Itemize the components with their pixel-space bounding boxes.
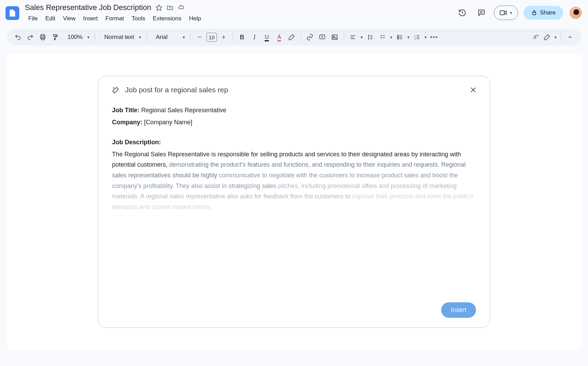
svg-marker-0 bbox=[156, 5, 162, 11]
chevron-down-icon[interactable]: ▼ bbox=[424, 35, 427, 39]
toolbar: 100% ▼ Normal text ▼ Arial ▼ B I U A ▼ bbox=[7, 29, 581, 45]
highlight-button[interactable] bbox=[286, 32, 297, 43]
close-button[interactable] bbox=[468, 84, 479, 95]
chevron-down-icon[interactable]: ▼ bbox=[554, 35, 557, 39]
chevron-down-icon[interactable]: ▼ bbox=[389, 35, 393, 39]
job-title-label: Job Title: bbox=[112, 107, 140, 114]
history-icon[interactable] bbox=[455, 6, 469, 20]
document-title[interactable]: Sales Representative Job Description bbox=[25, 3, 151, 12]
zoom-dropdown[interactable]: 100% ▼ bbox=[62, 34, 91, 41]
menu-view[interactable]: View bbox=[60, 14, 79, 23]
svg-text:3: 3 bbox=[414, 38, 415, 40]
text-color-button[interactable]: A bbox=[274, 32, 285, 43]
separator bbox=[344, 33, 344, 41]
move-folder-icon[interactable] bbox=[166, 4, 173, 11]
chevron-down-icon: ▼ bbox=[182, 35, 185, 39]
job-description-label: Job Description: bbox=[112, 137, 476, 148]
chevron-down-icon[interactable]: ▼ bbox=[360, 35, 363, 39]
separator bbox=[233, 33, 233, 41]
editing-mode-button[interactable] bbox=[541, 32, 552, 43]
star-icon[interactable] bbox=[155, 4, 162, 11]
redo-button[interactable] bbox=[25, 32, 36, 43]
chevron-down-icon: ▼ bbox=[138, 35, 142, 39]
meet-button[interactable]: ▼ bbox=[494, 6, 518, 20]
menu-bar: File Edit View Insert Format Tools Exten… bbox=[25, 14, 453, 23]
app-header: Sales Representative Job Description Fil… bbox=[0, 0, 588, 23]
svg-point-29 bbox=[397, 38, 398, 39]
svg-rect-3 bbox=[500, 11, 504, 15]
style-value: Normal text bbox=[102, 34, 136, 41]
comment-icon[interactable] bbox=[475, 6, 488, 20]
magic-wand-icon bbox=[112, 86, 120, 94]
company-value: [Company Name] bbox=[142, 119, 192, 126]
link-button[interactable] bbox=[304, 32, 315, 43]
ai-prompt-text: Job post for a regional sales rep bbox=[125, 86, 228, 94]
separator bbox=[146, 33, 147, 41]
share-button[interactable]: Share bbox=[524, 6, 563, 20]
menu-tools[interactable]: Tools bbox=[128, 14, 149, 23]
header-right: ▼ Share bbox=[455, 6, 582, 20]
svg-rect-5 bbox=[533, 12, 536, 15]
job-title-value: Regional Sales Representative bbox=[140, 107, 226, 114]
document-canvas[interactable]: Job post for a regional sales rep Job Ti… bbox=[7, 54, 581, 350]
chevron-down-icon[interactable]: ▼ bbox=[407, 35, 410, 39]
align-button[interactable] bbox=[347, 32, 358, 43]
separator bbox=[95, 33, 95, 41]
svg-marker-4 bbox=[504, 11, 506, 14]
font-size-input[interactable] bbox=[206, 33, 217, 42]
menu-format[interactable]: Format bbox=[102, 14, 128, 23]
more-button[interactable]: ••• bbox=[429, 32, 440, 43]
undo-button[interactable] bbox=[12, 32, 23, 43]
docs-logo-icon[interactable] bbox=[6, 6, 19, 20]
checklist-button[interactable] bbox=[377, 32, 388, 43]
add-comment-button[interactable] bbox=[317, 32, 328, 43]
ai-suggestion-card: Job post for a regional sales rep Job Ti… bbox=[98, 76, 490, 328]
clear-format-button[interactable]: A✕ bbox=[529, 32, 540, 43]
separator bbox=[561, 33, 561, 41]
title-area: Sales Representative Job Description Fil… bbox=[25, 3, 453, 23]
svg-point-27 bbox=[397, 35, 398, 36]
collapse-toolbar-button[interactable] bbox=[565, 32, 576, 43]
insert-button[interactable]: Insert bbox=[441, 302, 476, 318]
share-label: Share bbox=[540, 9, 556, 16]
line-spacing-button[interactable] bbox=[365, 32, 376, 43]
zoom-value: 100% bbox=[65, 34, 84, 41]
chevron-down-icon: ▼ bbox=[509, 11, 513, 15]
style-dropdown[interactable]: Normal text ▼ bbox=[99, 34, 143, 41]
underline-button[interactable]: U bbox=[261, 32, 272, 43]
separator bbox=[301, 33, 301, 41]
svg-point-28 bbox=[397, 37, 398, 38]
svg-rect-9 bbox=[53, 35, 56, 36]
paint-format-button[interactable] bbox=[50, 32, 61, 43]
ai-generated-content: Job Title: Regional Sales Representative… bbox=[112, 105, 476, 212]
bold-button[interactable]: B bbox=[236, 32, 247, 43]
menu-extensions[interactable]: Extensions bbox=[149, 14, 185, 23]
bullet-list-button[interactable] bbox=[394, 32, 405, 43]
font-size-increase[interactable] bbox=[218, 32, 229, 43]
cloud-status-icon[interactable] bbox=[178, 4, 184, 11]
chevron-down-icon: ▼ bbox=[87, 35, 90, 39]
menu-edit[interactable]: Edit bbox=[42, 14, 59, 23]
print-button[interactable] bbox=[37, 32, 48, 43]
separator bbox=[190, 33, 191, 41]
menu-file[interactable]: File bbox=[25, 14, 41, 23]
font-size-decrease[interactable] bbox=[194, 32, 205, 43]
svg-rect-17 bbox=[332, 35, 337, 39]
company-label: Company: bbox=[112, 119, 142, 126]
menu-help[interactable]: Help bbox=[185, 14, 204, 23]
insert-image-button[interactable] bbox=[329, 32, 340, 43]
menu-insert[interactable]: Insert bbox=[80, 14, 101, 23]
user-avatar[interactable] bbox=[569, 6, 582, 20]
font-value: Arial bbox=[154, 34, 170, 41]
numbered-list-button[interactable]: 123 bbox=[412, 32, 423, 43]
italic-button[interactable]: I bbox=[249, 32, 260, 43]
font-dropdown[interactable]: Arial ▼ bbox=[150, 34, 187, 41]
insert-label: Insert bbox=[451, 306, 466, 313]
